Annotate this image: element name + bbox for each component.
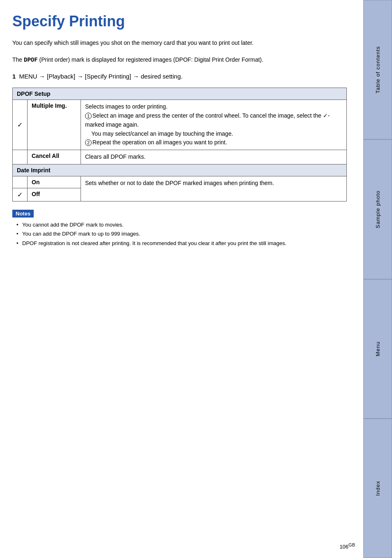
check-cell-empty: [13, 150, 28, 164]
notes-section: Notes You cannot add the DPOF mark to mo…: [12, 210, 347, 248]
main-content: Specify Printing You can specify which s…: [12, 12, 351, 248]
circle-2-icon: 2: [85, 139, 92, 146]
intro-paragraph2: The DPOF (Print order) mark is displayed…: [12, 55, 347, 65]
sidebar-tab-sample[interactable]: Sample photo: [363, 139, 392, 279]
step-instruction: 1 MENU → [Playback] → [Specify Printing]…: [12, 72, 347, 81]
list-item: DPOF registration is not cleared after p…: [16, 239, 347, 248]
check-cell-empty: [13, 176, 28, 188]
circle-1-icon: 1: [85, 113, 92, 119]
sidebar-tab-menu[interactable]: Menu: [363, 279, 392, 419]
table-row: DPOF Setup: [13, 88, 347, 100]
checkmark-icon: ✓: [17, 191, 23, 198]
setting-name: Cancel All: [28, 150, 81, 164]
page-number: 106GB: [339, 542, 355, 550]
check-cell: ✓: [13, 100, 28, 150]
setting-name: Multiple Img.: [28, 100, 81, 150]
sidebar-tab-index[interactable]: Index: [363, 419, 392, 558]
notes-list: You cannot add the DPOF mark to movies. …: [12, 221, 347, 248]
table-row: Date Imprint: [13, 164, 347, 176]
table-row: ✓ Multiple Img. Selects images to order …: [13, 100, 347, 150]
checkmark-icon: ✓: [17, 121, 23, 128]
setting-description: Clears all DPOF marks.: [81, 150, 347, 164]
list-item: You cannot add the DPOF mark to movies.: [16, 221, 347, 229]
table-row: Cancel All Clears all DPOF marks.: [13, 150, 347, 164]
check-cell: ✓: [13, 188, 28, 201]
setting-description: Sets whether or not to date the DPOF mar…: [81, 176, 347, 201]
setting-name: Off: [28, 188, 81, 201]
notes-label: Notes: [12, 210, 34, 218]
sidebar-tab-toc[interactable]: Table of contents: [363, 0, 392, 139]
list-item: You can add the DPOF mark to up to 999 i…: [16, 230, 347, 238]
intro-paragraph1: You can specify which still images you s…: [12, 38, 347, 47]
table-row: On Sets whether or not to date the DPOF …: [13, 176, 347, 188]
setting-name: On: [28, 176, 81, 188]
setting-description: Selects images to order printing. 1Selec…: [81, 100, 347, 150]
page-title: Specify Printing: [12, 12, 347, 30]
dpof-setup-header: DPOF Setup: [13, 88, 347, 100]
settings-table: DPOF Setup ✓ Multiple Img. Selects image…: [12, 88, 347, 201]
date-imprint-header: Date Imprint: [13, 164, 347, 176]
sidebar: Table of contents Sample photo Menu Inde…: [363, 0, 392, 558]
